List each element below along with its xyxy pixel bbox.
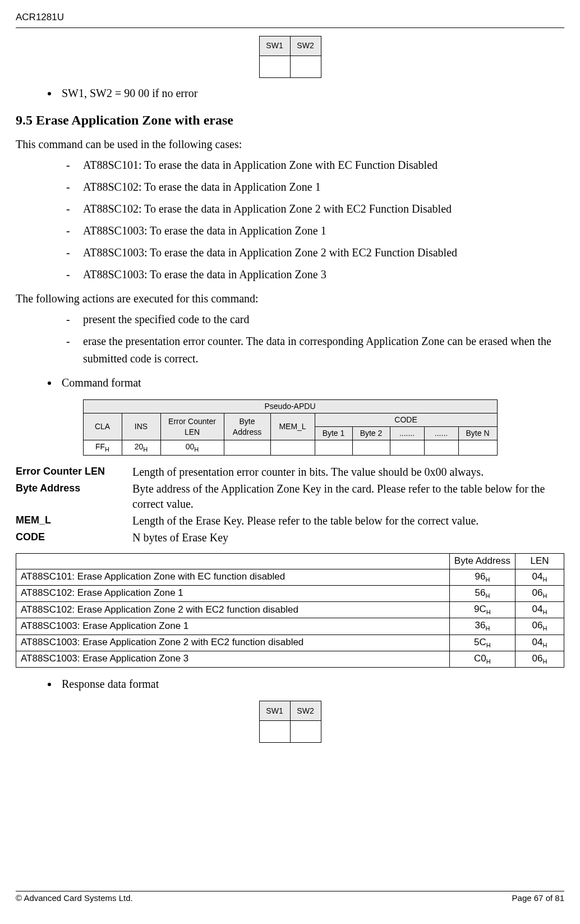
cell: Byte 2 xyxy=(352,427,390,440)
definition: N bytes of Erase Key xyxy=(132,530,564,545)
status-word-table-bottom: SW1SW2 xyxy=(259,701,321,743)
cell: AT88SC102: Erase Application Zone 2 with… xyxy=(16,602,450,618)
term: MEM_L xyxy=(16,513,128,528)
cell: ....... xyxy=(390,427,424,440)
page-header: ACR1281U xyxy=(16,11,564,28)
footer-right: Page 67 of 81 xyxy=(512,893,564,904)
cell: 06 H xyxy=(515,651,564,667)
cell: AT88SC1003: Erase Application Zone 2 wit… xyxy=(16,635,450,651)
paragraph: This command can be used in the followin… xyxy=(16,137,564,152)
cell: 5C H xyxy=(449,635,515,651)
cell xyxy=(16,553,450,569)
cell: CODE xyxy=(315,413,497,427)
apdu-table: Pseudo-APDU CLA INS Error Counter LEN By… xyxy=(83,399,498,455)
section-heading: 9.5 Erase Application Zone with erase xyxy=(16,111,564,129)
cell: MEM_L xyxy=(270,413,315,440)
term: CODE xyxy=(16,530,128,545)
cell xyxy=(424,440,458,456)
cell: 04 H xyxy=(515,569,564,585)
cell xyxy=(290,720,321,742)
definition: Length of the Erase Key. Please refer to… xyxy=(132,513,564,528)
cell: C0 H xyxy=(449,651,515,667)
cell: AT88SC102: Erase Application Zone 1 xyxy=(16,585,450,601)
cell: Byte Address xyxy=(449,553,515,569)
cell: 9C H xyxy=(449,602,515,618)
cell: SW1 xyxy=(259,36,290,56)
list-item: present the specified code to the card xyxy=(66,311,564,328)
cell xyxy=(270,440,315,456)
list-item: AT88SC1003: To erase the data in Applica… xyxy=(66,266,564,283)
list-item: AT88SC102: To erase the data in Applicat… xyxy=(66,200,564,218)
list-item: Response data format xyxy=(58,677,564,692)
list-item: AT88SC101: To erase the data in Applicat… xyxy=(66,157,564,174)
cell: Pseudo-APDU xyxy=(83,400,497,413)
cell: 96 H xyxy=(449,569,515,585)
status-word-table-top: SW1SW2 xyxy=(259,36,321,78)
list-item: AT88SC102: To erase the data in Applicat… xyxy=(66,178,564,196)
cell xyxy=(458,440,497,456)
footer-left: © Advanced Card Systems Ltd. xyxy=(16,893,133,904)
paragraph: The following actions are executed for t… xyxy=(16,291,564,306)
term: Error Counter LEN xyxy=(16,465,128,480)
definition-list: Error Counter LEN Length of presentation… xyxy=(16,465,564,545)
cell: 00 H xyxy=(160,440,224,456)
cell: 20 H xyxy=(122,440,160,456)
cell: ...... xyxy=(424,427,458,440)
cell xyxy=(259,720,290,742)
cell: INS xyxy=(122,413,160,440)
cell xyxy=(224,440,270,456)
list-item: AT88SC1003: To erase the data in Applica… xyxy=(66,244,564,261)
footer-rule xyxy=(16,891,564,891)
cell xyxy=(315,440,352,456)
list-item: erase the presentation error counter. Th… xyxy=(66,333,564,367)
cell: CLA xyxy=(83,413,122,440)
list-item: SW1, SW2 = 90 00 if no error xyxy=(58,86,564,101)
cell xyxy=(390,440,424,456)
cell: 36 H xyxy=(449,618,515,635)
cell: Byte N xyxy=(458,427,497,440)
cell: 06 H xyxy=(515,618,564,635)
cell: SW2 xyxy=(290,701,321,720)
cell: Byte Address xyxy=(224,413,270,440)
cell: Error Counter LEN xyxy=(160,413,224,440)
cell: AT88SC101: Erase Application Zone with E… xyxy=(16,569,450,585)
term: Byte Address xyxy=(16,481,128,512)
byte-address-table: Byte Address LEN AT88SC101: Erase Applic… xyxy=(16,553,564,668)
cell xyxy=(259,56,290,77)
cell: FF H xyxy=(83,440,122,456)
cell: 56 H xyxy=(449,585,515,601)
definition: Length of presentation error counter in … xyxy=(132,465,564,480)
list-item: Command format xyxy=(58,375,564,390)
cell: LEN xyxy=(515,553,564,569)
cell: SW1 xyxy=(259,701,290,720)
cell xyxy=(352,440,390,456)
cell: 06 H xyxy=(515,585,564,601)
cell: 04 H xyxy=(515,635,564,651)
cell: SW2 xyxy=(290,36,321,56)
cell: AT88SC1003: Erase Application Zone 3 xyxy=(16,651,450,667)
list-item: AT88SC1003: To erase the data in Applica… xyxy=(66,222,564,240)
cell: 04 H xyxy=(515,602,564,618)
cell: Byte 1 xyxy=(315,427,352,440)
cell: AT88SC1003: Erase Application Zone 1 xyxy=(16,618,450,635)
cell xyxy=(290,56,321,77)
definition: Byte address of the Application Zone Key… xyxy=(132,481,564,512)
